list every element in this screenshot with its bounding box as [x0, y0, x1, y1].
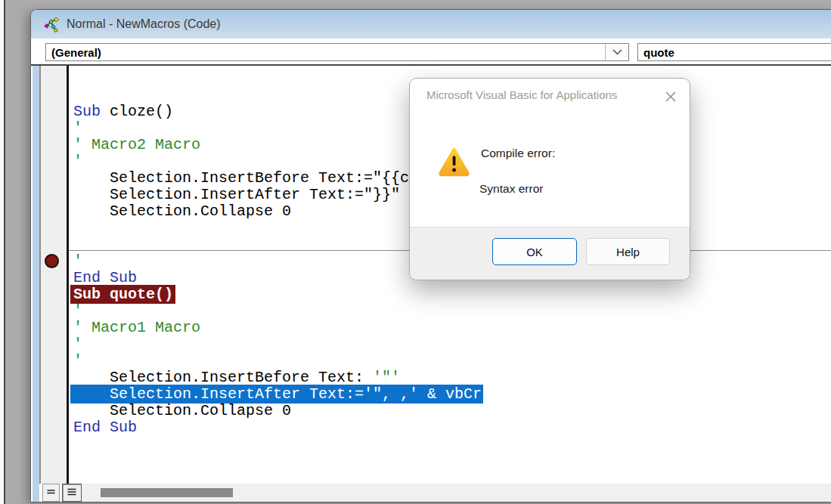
code-segment: ' [73, 119, 82, 137]
code-segment: ' [73, 252, 82, 270]
code-line[interactable]: Selection.Collapse 0 [69, 403, 831, 419]
window-frame-strip [33, 66, 39, 502]
dialog-message-detail: Syntax error [479, 182, 543, 196]
compile-error-dialog: Microsoft Visual Basic for Applications … [409, 78, 690, 280]
code-segment: Selection.InsertBefore Text: [73, 369, 373, 386]
object-dropdown-value: (General) [51, 46, 101, 59]
code-segment: Selection.Collapse 0 [73, 402, 291, 419]
code-segment: ' [73, 302, 82, 320]
code-line[interactable]: ' [69, 303, 831, 320]
code-segment: ' Macro2 Macro [73, 136, 200, 153]
code-segment: End Sub [73, 269, 137, 286]
code-line[interactable]: ' [69, 336, 831, 353]
code-line[interactable]: End Sub [69, 419, 831, 436]
chevron-down-icon[interactable] [605, 44, 628, 60]
code-segment: Selection.InsertAfter Text:='", ,' & vbC… [70, 385, 483, 404]
procedure-dropdown[interactable]: quote [637, 43, 831, 61]
code-segment: Selection.Collapse 0 [73, 203, 291, 220]
code-segment: ' Macro1 Macro [73, 319, 200, 336]
code-segment: '"' [373, 369, 400, 386]
code-segment: End Sub [73, 419, 137, 436]
code-line[interactable]: ' Macro1 Macro [69, 320, 831, 336]
ok-button[interactable]: OK [492, 238, 577, 265]
dialog-message-title: Compile error: [481, 147, 555, 160]
code-line[interactable]: Sub quote() [69, 286, 831, 303]
procedure-dropdown-value: quote [643, 46, 674, 59]
vba-project-icon [43, 16, 60, 33]
code-segment: ' [73, 352, 82, 369]
code-line[interactable]: ' [69, 353, 831, 369]
code-segment: cloze() [101, 103, 173, 120]
object-dropdown[interactable]: (General) [45, 43, 629, 61]
breakpoint-indicator-icon[interactable] [45, 254, 59, 268]
left-edge-line [4, 0, 5, 504]
code-segment: Selection.InsertBefore Text:="{{c [73, 169, 409, 187]
help-button[interactable]: Help [586, 238, 670, 265]
code-segment: Sub [73, 103, 101, 120]
bottom-bar [41, 484, 831, 502]
procedure-view-icon [45, 486, 57, 498]
code-segment: Sub quote() [70, 285, 175, 304]
full-module-view-icon [66, 486, 78, 498]
breakpoint-margin[interactable] [41, 66, 69, 484]
code-line[interactable]: Selection.InsertAfter Text:='", ,' & vbC… [69, 386, 831, 403]
dialog-title: Microsoft Visual Basic for Applications [426, 88, 617, 101]
scrollbar-thumb[interactable] [101, 488, 233, 497]
code-line[interactable]: Selection.InsertBefore Text: '"' [69, 369, 831, 386]
window-titlebar[interactable]: Normal - NewMacros (Code) [31, 10, 831, 39]
code-segment: ' [73, 153, 82, 170]
dialog-footer: OK Help [410, 227, 690, 280]
code-segment: Selection.InsertAfter Text:="}}" [73, 186, 400, 203]
warning-icon [438, 144, 470, 178]
full-module-view-button[interactable] [62, 484, 82, 502]
vbe-screen: Normal - NewMacros (Code) (General) quot… [0, 0, 831, 504]
horizontal-scrollbar[interactable] [82, 484, 831, 502]
code-segment: ' [73, 335, 82, 353]
procedure-view-button[interactable] [42, 484, 60, 502]
window-title: Normal - NewMacros (Code) [67, 17, 221, 31]
close-icon[interactable] [662, 88, 680, 107]
